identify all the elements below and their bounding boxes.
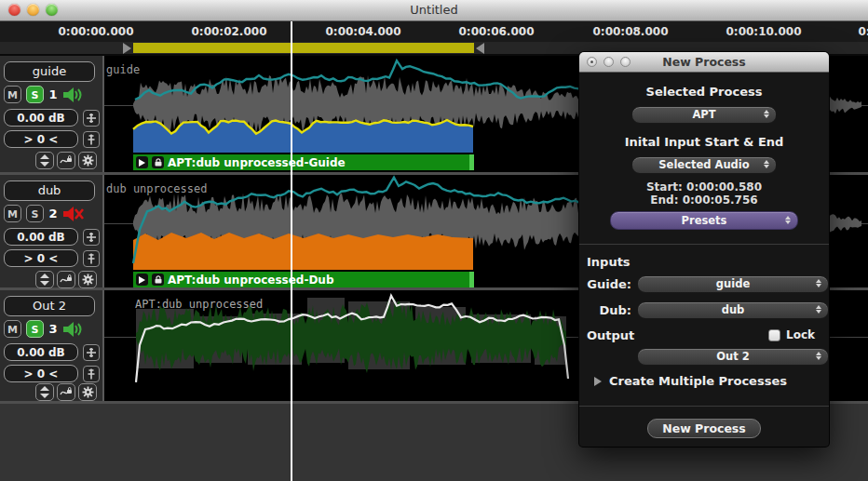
ruler-tick-label: 0:00:02.000	[192, 25, 267, 38]
inputs-section-label: Inputs	[587, 255, 631, 269]
playhead-cursor[interactable]	[291, 21, 292, 481]
selection-start-handle-icon[interactable]	[123, 43, 131, 54]
clip-end-tab[interactable]	[469, 154, 474, 170]
envelope-lock-icon	[60, 386, 73, 398]
end-time-text: End: 0:00:05.756	[579, 194, 829, 207]
envelope-lock-icon	[60, 154, 73, 167]
mute-button[interactable]: M	[4, 205, 21, 222]
lock-checkbox-label: Lock	[786, 328, 815, 341]
mute-button[interactable]: M	[4, 320, 21, 338]
track-number: 2	[48, 207, 58, 220]
presets-select[interactable]: Presets	[610, 211, 798, 230]
gain-anchor-button[interactable]	[83, 110, 100, 127]
selection-end-handle-icon[interactable]	[476, 43, 484, 54]
pan-button[interactable]: > 0 <	[4, 365, 78, 382]
ruler-tick-label: 0:00:08.000	[593, 25, 669, 38]
divider	[579, 244, 829, 245]
pan-anchor-button[interactable]	[83, 131, 100, 148]
guide-input-label: Guide:	[579, 277, 631, 291]
window-titlebar[interactable]: Untitled	[0, 0, 868, 21]
solo-button[interactable]: S	[26, 320, 44, 338]
clip-bar-dub[interactable]: APT:dub unprocessed-Dub	[133, 272, 474, 287]
solo-button[interactable]: S	[26, 205, 44, 222]
selected-process-label: Selected Process	[579, 85, 829, 99]
chevron-updown-icon	[785, 216, 791, 224]
gear-icon	[82, 386, 94, 398]
dialog-title: New Process	[579, 55, 829, 69]
crosshair-icon	[86, 347, 97, 358]
expand-icon	[39, 386, 50, 398]
ruler-tick-label: 0:00:10.000	[726, 25, 802, 38]
lane-label: dub unprocessed	[106, 182, 207, 195]
track-settings-button[interactable]	[78, 271, 97, 288]
speaker-icon[interactable]	[62, 321, 85, 338]
gain-button[interactable]: 0.00 dB	[4, 343, 78, 361]
track-name-button[interactable]: Out 2	[4, 296, 95, 316]
guide-input-select[interactable]: guide	[637, 275, 829, 293]
initial-input-label: Inital Input Start & End	[579, 135, 829, 149]
gain-anchor-button[interactable]	[83, 344, 100, 361]
lane-label: APT:dub unprocessed	[135, 298, 263, 311]
pan-anchor-button[interactable]	[83, 250, 100, 267]
output-section-label: Output	[587, 328, 634, 342]
lock-icon	[155, 158, 162, 167]
expand-track-button[interactable]	[35, 152, 54, 169]
anchor-icon	[86, 368, 97, 380]
pan-anchor-button[interactable]	[83, 366, 100, 382]
track-settings-button[interactable]	[78, 383, 97, 401]
gain-button[interactable]: 0.00 dB	[4, 109, 78, 127]
pan-button[interactable]: > 0 <	[4, 130, 78, 148]
input-range-value: Selected Audio	[658, 158, 749, 171]
automation-lock-button[interactable]	[57, 152, 75, 169]
divider	[579, 406, 829, 407]
track-settings-button[interactable]	[78, 152, 97, 169]
clip-play-icon[interactable]	[136, 274, 148, 286]
expand-track-button[interactable]	[35, 271, 54, 288]
chevron-updown-icon	[764, 110, 769, 118]
output-select[interactable]: Out 2	[637, 348, 829, 366]
gain-button[interactable]: 0.00 dB	[4, 228, 78, 246]
clip-play-icon[interactable]	[136, 156, 148, 168]
dialog-titlebar[interactable]: New Process	[579, 52, 829, 73]
output-select-value: Out 2	[716, 350, 749, 363]
clip-lock-icon[interactable]	[152, 274, 164, 286]
new-process-button[interactable]: New Process	[647, 419, 761, 438]
clip-bar-guide[interactable]: APT:dub unprocessed-Guide	[133, 154, 474, 170]
speaker-icon[interactable]	[62, 87, 85, 103]
automation-lock-button[interactable]	[57, 271, 75, 288]
dub-input-label: Dub:	[579, 303, 631, 317]
mute-button[interactable]: M	[4, 86, 21, 103]
ruler-tick-label: 0:00:06.000	[459, 25, 535, 38]
gear-icon	[82, 274, 94, 286]
chevron-updown-icon	[816, 305, 821, 314]
track-name-button[interactable]: dub	[4, 180, 95, 201]
chevron-updown-icon	[764, 160, 769, 168]
clip-end-tab[interactable]	[469, 272, 474, 287]
track-number: 3	[48, 322, 58, 336]
lock-checkbox[interactable]	[768, 329, 780, 341]
dub-input-select[interactable]: dub	[637, 301, 829, 319]
gain-anchor-button[interactable]	[83, 229, 100, 246]
timeline-ruler[interactable]: 0:00:00.0000:00:02.0000:00:04.0000:00:06…	[0, 21, 868, 42]
anchor-icon	[86, 134, 97, 145]
process-select[interactable]: APT	[631, 106, 777, 124]
selection-range-bar[interactable]	[133, 43, 474, 53]
dub-input-value: dub	[722, 303, 745, 316]
clip-label: APT:dub unprocessed-Dub	[168, 274, 334, 287]
disclosure-triangle-icon[interactable]	[594, 377, 602, 386]
input-range-select[interactable]: Selected Audio	[631, 156, 777, 174]
window-title: Untitled	[0, 3, 868, 17]
speaker-muted-icon[interactable]	[62, 206, 85, 222]
solo-button[interactable]: S	[26, 86, 44, 103]
expand-track-button[interactable]	[35, 383, 54, 401]
pan-button[interactable]: > 0 <	[4, 249, 78, 267]
automation-lock-button[interactable]	[57, 383, 75, 401]
new-process-dialog: New Process Selected Process APT Inital …	[579, 52, 829, 447]
expand-icon	[39, 154, 50, 167]
track-name-button[interactable]: guide	[4, 61, 95, 82]
gear-icon	[82, 154, 94, 167]
create-multiple-label[interactable]: Create Multiple Processes	[609, 374, 787, 388]
ruler-tick-label: 0:00:00.000	[59, 25, 134, 38]
clip-lock-icon[interactable]	[152, 156, 164, 168]
chevron-updown-icon	[816, 352, 821, 360]
